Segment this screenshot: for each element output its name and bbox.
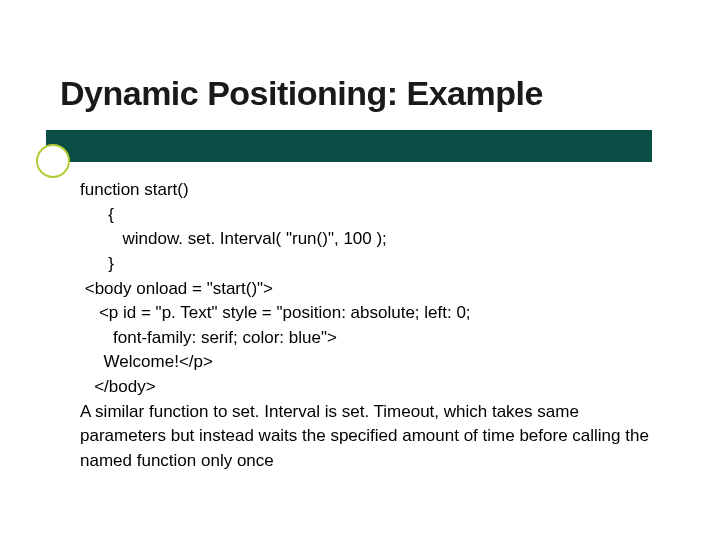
- explanation-text: A similar function to set. Interval is s…: [80, 400, 660, 474]
- slide-body: function start() { window. set. Interval…: [80, 178, 660, 474]
- code-line: }: [80, 252, 660, 277]
- code-line: function start(): [80, 178, 660, 203]
- code-line: window. set. Interval( "run()", 100 );: [80, 227, 660, 252]
- code-line: Welcome!</p>: [80, 350, 660, 375]
- code-line: <p id = "p. Text" style = "position: abs…: [80, 301, 660, 326]
- slide: Dynamic Positioning: Example function st…: [0, 0, 720, 540]
- code-line: font-family: serif; color: blue">: [80, 326, 660, 351]
- bullet-circle-icon: [36, 144, 70, 178]
- code-line: </body>: [80, 375, 660, 400]
- title-underline-bar: [46, 130, 652, 162]
- slide-title: Dynamic Positioning: Example: [60, 74, 660, 113]
- code-line: <body onload = "start()">: [80, 277, 660, 302]
- code-line: {: [80, 203, 660, 228]
